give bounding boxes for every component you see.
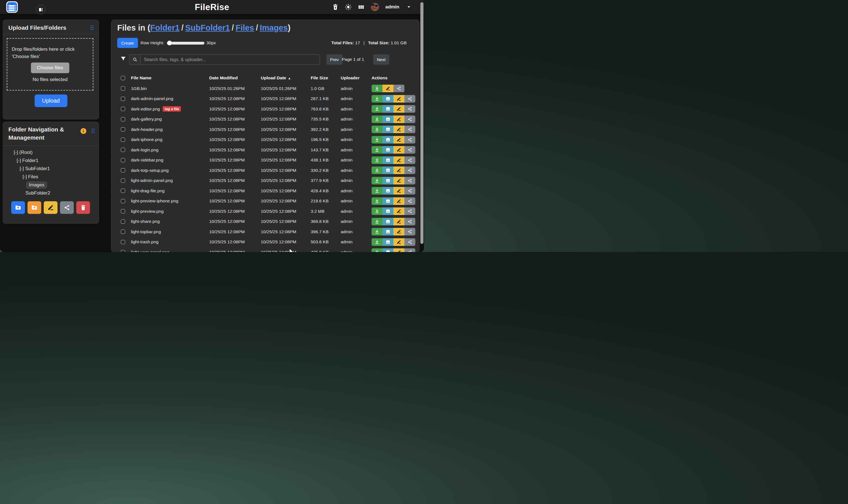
row-checkbox[interactable] xyxy=(121,199,125,203)
slider-knob[interactable] xyxy=(167,41,172,46)
share-button[interactable] xyxy=(404,95,415,103)
folder-tree-item[interactable]: SubFolder2 xyxy=(3,189,99,197)
row-checkbox[interactable] xyxy=(121,168,125,173)
upload-button[interactable]: Upload xyxy=(35,94,67,107)
trash-restore-icon[interactable] xyxy=(332,4,339,11)
edit-button[interactable] xyxy=(393,248,404,252)
next-page-button[interactable]: Next xyxy=(373,54,389,65)
preview-button[interactable] xyxy=(383,136,393,144)
download-button[interactable] xyxy=(372,248,383,252)
col-date-modified[interactable]: Date Modified xyxy=(209,75,261,80)
share-button[interactable] xyxy=(404,136,415,144)
drag-handle-icon[interactable] xyxy=(90,25,94,31)
edit-button[interactable] xyxy=(393,126,404,133)
folder-tree-item[interactable]: [-] Folder1 xyxy=(3,157,99,164)
share-button[interactable] xyxy=(404,146,415,154)
share-button[interactable] xyxy=(404,248,415,252)
row-height-slider[interactable] xyxy=(167,42,205,44)
edit-button[interactable] xyxy=(393,187,404,195)
search-icon[interactable] xyxy=(129,54,140,65)
share-button[interactable] xyxy=(404,197,415,205)
scrollbar-thumb[interactable] xyxy=(420,2,423,244)
preview-button[interactable] xyxy=(383,95,393,103)
download-button[interactable] xyxy=(372,197,383,205)
preview-button[interactable] xyxy=(383,115,393,123)
share-button[interactable] xyxy=(404,187,415,195)
download-button[interactable] xyxy=(372,187,383,195)
preview-button[interactable] xyxy=(383,208,393,215)
download-button[interactable] xyxy=(372,95,383,103)
edit-button[interactable] xyxy=(393,146,404,154)
edit-button[interactable] xyxy=(393,166,404,174)
download-button[interactable] xyxy=(372,238,383,246)
tag-badge[interactable]: tag a file xyxy=(163,106,181,111)
row-checkbox[interactable] xyxy=(121,148,125,152)
row-checkbox[interactable] xyxy=(121,230,125,234)
download-button[interactable] xyxy=(372,126,383,133)
search-input[interactable] xyxy=(140,54,320,65)
folder-tree-item[interactable]: [-] (Root) xyxy=(3,148,99,157)
row-checkbox[interactable] xyxy=(121,250,125,252)
avatar[interactable] xyxy=(371,3,379,11)
row-checkbox[interactable] xyxy=(121,179,125,183)
drag-handle-icon[interactable] xyxy=(91,128,95,134)
share-button[interactable] xyxy=(404,228,415,235)
row-checkbox[interactable] xyxy=(121,138,125,142)
row-checkbox[interactable] xyxy=(121,240,125,244)
download-button[interactable] xyxy=(372,85,383,92)
row-checkbox[interactable] xyxy=(121,127,125,131)
download-button[interactable] xyxy=(372,157,383,164)
row-checkbox[interactable] xyxy=(121,219,125,224)
share-button[interactable] xyxy=(404,115,415,123)
share-button[interactable] xyxy=(404,126,415,133)
folder-tree-item[interactable]: [-] Files xyxy=(3,173,99,181)
breadcrumb-link-subfolder1[interactable]: SubFolder1 xyxy=(185,23,230,32)
row-checkbox[interactable] xyxy=(121,117,125,121)
share-button[interactable] xyxy=(404,157,415,164)
edit-button[interactable] xyxy=(393,218,404,226)
delete-folder-button[interactable] xyxy=(76,201,90,214)
download-button[interactable] xyxy=(372,218,383,226)
download-button[interactable] xyxy=(372,105,383,113)
folder-tree-item[interactable]: Images xyxy=(3,181,99,189)
col-file-name[interactable]: File Name xyxy=(131,75,209,80)
create-folder-button[interactable] xyxy=(11,201,25,214)
theme-sun-icon[interactable] xyxy=(345,4,352,11)
share-button[interactable] xyxy=(404,166,415,174)
breadcrumb-link-folder1[interactable]: Folder1 xyxy=(150,23,180,32)
preview-button[interactable] xyxy=(383,228,393,235)
preview-button[interactable] xyxy=(383,157,393,164)
rename-folder-button[interactable] xyxy=(44,201,57,214)
preview-button[interactable] xyxy=(383,146,393,154)
edit-button[interactable] xyxy=(393,197,404,205)
col-file-size[interactable]: File Size xyxy=(311,75,341,80)
edit-button[interactable] xyxy=(393,228,404,235)
choose-files-button[interactable]: Choose files xyxy=(31,62,70,73)
edit-button[interactable] xyxy=(393,95,404,103)
edit-button[interactable] xyxy=(393,105,404,113)
share-button[interactable] xyxy=(404,177,415,184)
download-button[interactable] xyxy=(372,136,383,144)
create-button[interactable]: Create xyxy=(117,38,138,48)
download-button[interactable] xyxy=(372,228,383,235)
download-button[interactable] xyxy=(372,177,383,184)
preview-button[interactable] xyxy=(383,187,393,195)
row-checkbox[interactable] xyxy=(121,188,125,193)
preview-button[interactable] xyxy=(383,248,393,252)
filter-icon[interactable] xyxy=(120,55,126,63)
preview-button[interactable] xyxy=(383,197,393,205)
preview-button[interactable] xyxy=(383,126,393,133)
preview-button[interactable] xyxy=(383,238,393,246)
row-checkbox[interactable] xyxy=(121,86,125,91)
grid-view-icon[interactable] xyxy=(358,4,365,11)
preview-button[interactable] xyxy=(383,177,393,184)
preview-button[interactable] xyxy=(383,218,393,226)
edit-button[interactable] xyxy=(393,115,404,123)
download-button[interactable] xyxy=(372,208,383,215)
preview-button[interactable] xyxy=(383,166,393,174)
edit-button[interactable] xyxy=(393,238,404,246)
row-checkbox[interactable] xyxy=(121,209,125,213)
info-icon[interactable]: i xyxy=(81,128,86,134)
preview-button[interactable] xyxy=(383,105,393,113)
edit-button[interactable] xyxy=(393,177,404,184)
